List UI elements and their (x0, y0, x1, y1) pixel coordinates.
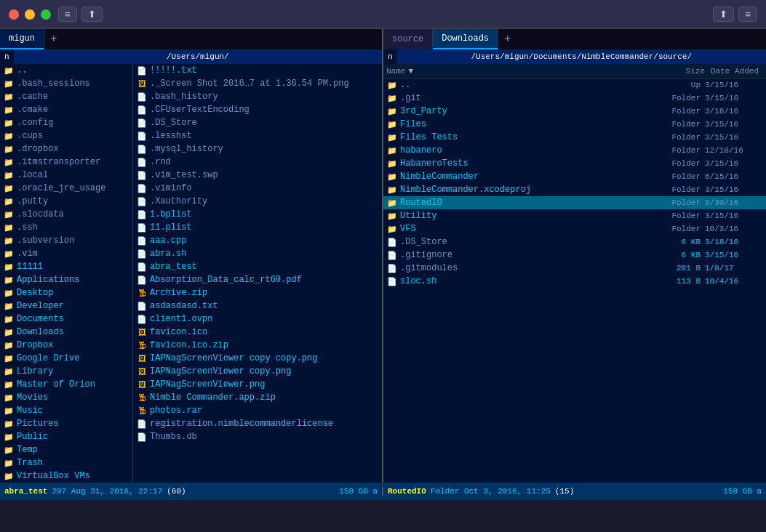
list-item[interactable]: 📁.dropbox (0, 142, 132, 156)
list-item[interactable]: 📄asdasdasd.txt (133, 299, 382, 313)
list-item[interactable]: 📁Documents (0, 313, 132, 326)
menu-icon-right[interactable]: ≡ (738, 7, 757, 22)
list-item[interactable]: 📄Absorption_Data_calc_rt60.pdf (133, 273, 382, 286)
table-row[interactable]: 📁 .. Up 3/15/16 (383, 78, 766, 92)
list-item[interactable]: 📄client1.ovpn (133, 313, 382, 326)
list-item[interactable]: 📄1.bplist (133, 208, 382, 221)
table-row[interactable]: 📁 RoutedIO Folder 9/30/16 (383, 196, 766, 209)
table-row[interactable]: 📁 habanero Folder 12/18/16 (383, 144, 766, 157)
list-item[interactable]: 📄.viminfo (133, 182, 382, 195)
list-item[interactable]: 📄.DS_Store (133, 116, 382, 129)
minimize-button[interactable] (25, 9, 35, 20)
list-item[interactable]: 📁.ssh (0, 221, 132, 234)
list-item[interactable]: 🗜Nimble Commander.app.zip (133, 391, 382, 404)
file-size-cell: 201 B (647, 264, 705, 273)
list-item[interactable]: 📄.Xauthority (133, 195, 382, 208)
list-item[interactable]: 🖼IAPNagScreenViewer copy copy.png (133, 352, 382, 365)
file-name: .mysql_history (150, 144, 223, 154)
list-item[interactable]: 📄11.plist (133, 221, 382, 234)
table-row[interactable]: 📁 Utility Folder 3/15/16 (383, 209, 766, 222)
list-item[interactable]: 📁Trash (0, 456, 132, 469)
list-item[interactable]: 📄Thumbs.db (133, 430, 382, 443)
list-item[interactable]: 📄.mysql_history (133, 142, 382, 156)
list-item[interactable]: 📄.vim_test.swp (133, 169, 382, 182)
list-item[interactable]: 🖼IAPNagScreenViewer.png (133, 378, 382, 391)
list-item[interactable]: 📁.itmstransporter (0, 156, 132, 169)
table-row[interactable]: 📁 .git Folder 3/15/16 (383, 92, 766, 105)
share-icon-right[interactable]: ⬆ (713, 7, 734, 22)
list-item[interactable]: 📄.lesshst (133, 129, 382, 142)
table-row[interactable]: 📄 sloc.sh 113 B 10/4/16 (383, 275, 766, 288)
list-item[interactable]: 📄.bash_history (133, 90, 382, 103)
list-item[interactable]: 📁Applications (0, 273, 132, 286)
table-row[interactable]: 📄 .gitmodules 201 B 1/8/17 (383, 262, 766, 275)
file-name-cell: 📁 NimbleCommander (386, 171, 647, 182)
table-row[interactable]: 📁 VFS Folder 10/3/16 (383, 222, 766, 235)
table-row[interactable]: 📁 NimbleCommander Folder 6/15/16 (383, 170, 766, 183)
list-item[interactable]: 📁.config (0, 116, 132, 129)
list-item[interactable]: 📁.cache (0, 90, 132, 103)
close-button[interactable] (9, 9, 19, 20)
menu-icon-left[interactable]: ≡ (58, 7, 77, 22)
list-item[interactable]: 📄abra_test (133, 260, 382, 273)
list-item[interactable]: 📁.. (0, 64, 132, 77)
list-item[interactable]: 📄aaa.cpp (133, 234, 382, 247)
table-row[interactable]: 📁 NimbleCommander.xcodeproj Folder 3/15/… (383, 183, 766, 196)
list-item[interactable]: 📁Desktop (0, 286, 132, 299)
list-item[interactable]: 📁.bash_sessions (0, 77, 132, 90)
list-item[interactable]: 📁Dropbox (0, 339, 132, 352)
list-item[interactable]: 📁11111 (0, 260, 132, 273)
list-item[interactable]: 📁Developer (0, 299, 132, 313)
left-path-text[interactable]: /Users/migun/ (14, 49, 382, 64)
share-icon-left[interactable]: ⬆ (81, 7, 103, 22)
list-item[interactable]: 🗜Archive.zip (133, 286, 382, 299)
table-row[interactable]: 📁 Files Tests Folder 3/15/16 (383, 131, 766, 144)
list-item[interactable]: 📁.putty (0, 195, 132, 208)
list-item[interactable]: 📁VirtualBox VMs (0, 469, 132, 483)
list-item[interactable]: 📄.rnd (133, 156, 382, 169)
table-row[interactable]: 📁 Files Folder 3/15/16 (383, 118, 766, 131)
tab-add-left[interactable]: + (44, 29, 63, 49)
list-item[interactable]: 📁Library (0, 365, 132, 378)
list-item[interactable]: 📄.CFUserTextEncoding (133, 103, 382, 116)
list-item[interactable]: 📁Temp (0, 443, 132, 456)
list-item[interactable]: 📁Music (0, 404, 132, 417)
list-item[interactable]: 📁Movies (0, 391, 132, 404)
list-item[interactable]: 📄abra.sh (133, 247, 382, 260)
tab-downloads[interactable]: Downloads (433, 29, 498, 49)
list-item[interactable]: 📁Pictures (0, 417, 132, 430)
list-item[interactable]: 📁.oracle_jre_usage (0, 182, 132, 195)
maximize-button[interactable] (41, 9, 51, 20)
list-item[interactable]: 📁.vim (0, 247, 132, 260)
list-item[interactable]: 📁Public (0, 430, 132, 443)
file-name: asdasdasd.txt (150, 301, 218, 311)
list-item[interactable]: 📁Downloads (0, 326, 132, 339)
list-item[interactable]: 🖼favicon.ico (133, 326, 382, 339)
right-path-text[interactable]: /Users/migun/Documents/NimbleCommander/s… (397, 49, 766, 64)
list-item[interactable]: 📁Google Drive (0, 352, 132, 365)
file-name-cell: 📁 .. (386, 79, 647, 91)
table-row[interactable]: 📄 .gitignore 6 KB 3/15/16 (383, 249, 766, 262)
tab-source[interactable]: source (383, 29, 433, 49)
table-row[interactable]: 📁 3rd_Party Folder 3/18/16 (383, 105, 766, 118)
list-item[interactable]: 📄!!!!!.txt (133, 64, 382, 77)
file-date-cell: 3/15/16 (705, 120, 763, 129)
list-item[interactable]: 📁.local (0, 169, 132, 182)
file-size-cell: Folder (647, 198, 705, 207)
list-item[interactable]: 📁.subversion (0, 234, 132, 247)
list-item[interactable]: 🖼IAPNagScreenViewer copy.png (133, 365, 382, 378)
list-item[interactable]: 📁.slocdata (0, 208, 132, 221)
list-item[interactable]: 📁Master of Orion (0, 378, 132, 391)
tab-add-right[interactable]: + (498, 29, 517, 49)
list-item[interactable]: 📄registration.nimblecommanderlicense (133, 417, 382, 430)
tab-migun[interactable]: migun (0, 29, 44, 49)
titlebar-icons: ≡ ⬆ (58, 7, 103, 22)
list-item[interactable]: 📁.cmake (0, 103, 132, 116)
table-row[interactable]: 📄 .DS_Store 6 KB 3/18/16 (383, 235, 766, 249)
file-name: .cache (17, 92, 48, 102)
list-item[interactable]: 🗜favicon.ico.zip (133, 339, 382, 352)
list-item[interactable]: 🖼._Screen Shot 2016…7 at 1.36.54 PM.png (133, 77, 382, 90)
list-item[interactable]: 🗜photos.rar (133, 404, 382, 417)
table-row[interactable]: 📁 HabaneroTests Folder 3/15/16 (383, 157, 766, 170)
list-item[interactable]: 📁.cups (0, 129, 132, 142)
